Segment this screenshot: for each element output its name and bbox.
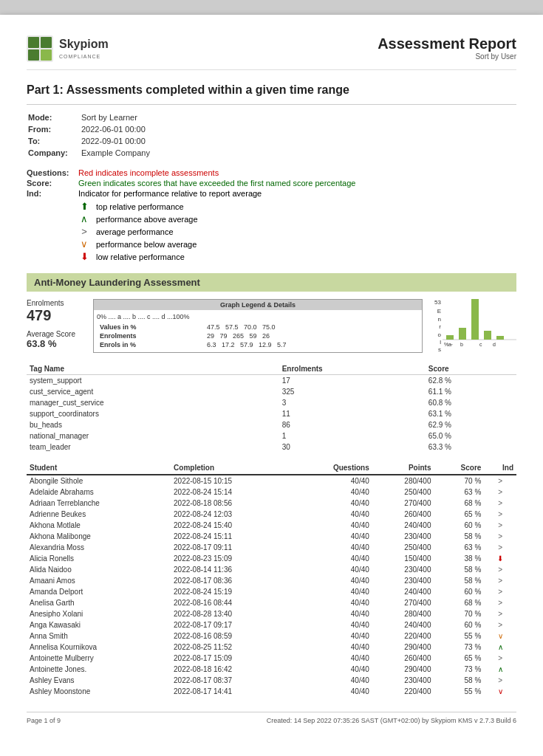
student-completion: 2022-08-15 10:15 xyxy=(171,475,293,487)
average-icon: > xyxy=(78,226,90,237)
chart-y-label: 53 E n r o l s xyxy=(434,299,441,354)
student-score: 63 % xyxy=(434,487,485,498)
page: Skypiom COMPLIANCE Assessment Report Sor… xyxy=(0,15,543,756)
tag-table-row: national_manager 1 65.0 % xyxy=(27,430,516,441)
questions-row: Questions: Red indicates incomplete asse… xyxy=(27,168,516,177)
student-table-row: Annelisa Kournikova 2022-08-25 11:52 40/… xyxy=(27,642,516,653)
meta-table: Mode: Sort by Learner From: 2022-06-01 0… xyxy=(27,111,151,159)
svg-rect-4 xyxy=(41,49,52,61)
report-title: Assessment Report xyxy=(378,35,516,52)
above-average-icon: ∧ xyxy=(78,213,90,224)
student-completion: 2022-08-24 15:14 xyxy=(171,487,293,498)
meta-row-from: From: 2022-06-01 00:00 xyxy=(28,124,150,134)
tag-name: bu_heads xyxy=(27,419,279,430)
student-ind: ∧ xyxy=(484,642,516,653)
student-completion: 2022-08-28 13:40 xyxy=(171,608,293,619)
student-name: Ashley Moonstone xyxy=(27,686,171,697)
graph-label-1: Enrolments xyxy=(97,331,204,340)
student-score: 65 % xyxy=(434,509,485,520)
above-average-text: performance above average xyxy=(96,215,198,224)
svg-text:b: b xyxy=(460,342,463,347)
student-score: 70 % xyxy=(434,608,485,619)
tag-enrolments: 325 xyxy=(279,386,426,397)
graph-values-0: 47.5 57.5 70.0 75.0 xyxy=(204,323,419,331)
legend-section: Questions: Red indicates incomplete asse… xyxy=(27,168,516,263)
meta-row-company: Company: Example Company xyxy=(28,148,150,158)
ind-desc: Indicator for performance relative to re… xyxy=(78,189,262,198)
student-questions: 40/40 xyxy=(293,608,372,619)
mode-label: Mode: xyxy=(28,112,80,123)
chart-y-title: E n r o l s xyxy=(434,308,441,354)
student-questions: 40/40 xyxy=(293,575,372,586)
student-points: 280/400 xyxy=(372,475,434,487)
logo-area: Skypiom COMPLIANCE xyxy=(27,35,109,62)
student-completion: 2022-08-25 11:52 xyxy=(171,642,293,653)
graph-values-1: 29 79 265 59 26 xyxy=(204,331,419,340)
student-points: 230/400 xyxy=(372,675,434,686)
ind-item-4: ⬇ low relative performance xyxy=(78,250,262,263)
student-table-row: Adrienne Beukes 2022-08-24 12:03 40/40 2… xyxy=(27,509,516,520)
graph-row-1: Enrolments 29 79 265 59 26 xyxy=(97,331,419,340)
svg-rect-6 xyxy=(446,335,454,340)
tag-table-row: bu_heads 86 62.9 % xyxy=(27,419,516,430)
student-points: 240/400 xyxy=(372,586,434,597)
student-table-row: Alida Naidoo 2022-08-14 11:36 40/40 230/… xyxy=(27,564,516,575)
student-ind: > xyxy=(484,487,516,498)
student-questions: 40/40 xyxy=(293,619,372,630)
student-points: 290/400 xyxy=(372,664,434,675)
svg-rect-1 xyxy=(28,37,39,48)
student-score: 68 % xyxy=(434,498,485,509)
student-completion: 2022-08-24 12:03 xyxy=(171,509,293,520)
student-points: 290/400 xyxy=(372,642,434,653)
student-name: Ashley Evans xyxy=(27,675,171,686)
graph-legend-box: Graph Legend & Details 0% .... a .... b … xyxy=(93,299,423,353)
meta-row-mode: Mode: Sort by Learner xyxy=(28,112,150,123)
student-questions: 40/40 xyxy=(293,675,372,686)
enrolments-label: Enrolments xyxy=(27,299,86,307)
tag-enrolments: 86 xyxy=(279,419,426,430)
graph-values-2: 6.3 17.2 57.9 12.9 5.7 xyxy=(204,340,419,349)
student-questions: 40/40 xyxy=(293,531,372,542)
student-name: Alicia Ronells xyxy=(27,553,171,564)
student-questions: 40/40 xyxy=(293,664,372,675)
low-performance-icon: ⬇ xyxy=(78,251,90,262)
student-points: 260/400 xyxy=(372,653,434,664)
student-score: 58 % xyxy=(434,564,485,575)
student-questions: 40/40 xyxy=(293,686,372,697)
ind-row: Ind: Indicator for performance relative … xyxy=(27,189,516,263)
graph-section: Graph Legend & Details 0% .... a .... b … xyxy=(93,299,423,356)
tag-header-row: Tag Name Enrolments Score xyxy=(27,363,516,375)
logo-text-area: Skypiom COMPLIANCE xyxy=(59,38,109,60)
student-table-row: Anelisa Garth 2022-08-16 08:44 40/40 270… xyxy=(27,597,516,608)
student-score: 38 % xyxy=(434,553,485,564)
student-ind: > xyxy=(484,608,516,619)
student-table-row: Amaani Amos 2022-08-17 08:36 40/40 230/4… xyxy=(27,575,516,586)
tag-table: Tag Name Enrolments Score system_support… xyxy=(27,363,516,453)
student-col-points: Points xyxy=(372,461,434,475)
svg-rect-8 xyxy=(471,299,479,340)
skypiom-logo-icon xyxy=(27,35,53,62)
logo-sub: COMPLIANCE xyxy=(59,54,100,59)
tag-name: cust_service_agent xyxy=(27,386,279,397)
svg-rect-3 xyxy=(28,49,39,61)
student-ind: > xyxy=(484,498,516,509)
tag-table-row: support_coordinators 11 63.1 % xyxy=(27,408,516,419)
graph-header-row: 0% .... a .... b .... c .... d ...100% xyxy=(97,313,419,320)
avg-score-label: Average Score xyxy=(27,330,86,338)
student-score: 58 % xyxy=(434,575,485,586)
student-name: Akhona Motlale xyxy=(27,520,171,531)
student-name: Adrienne Beukes xyxy=(27,509,171,520)
student-completion: 2022-08-17 09:11 xyxy=(171,542,293,553)
company-value: Example Company xyxy=(81,148,150,158)
student-col-name: Student xyxy=(27,461,171,475)
student-table-row: Adriaan Terreblanche 2022-08-18 08:56 40… xyxy=(27,498,516,509)
student-table-row: Alicia Ronells 2022-08-23 15:09 40/40 15… xyxy=(27,553,516,564)
graph-legend-table: Values in % 47.5 57.5 70.0 75.0 Enrolmen… xyxy=(97,323,419,349)
avg-score-value: 63.8 % xyxy=(27,338,86,349)
svg-rect-2 xyxy=(41,37,52,48)
student-table-row: Akhona Motlale 2022-08-24 15:40 40/40 24… xyxy=(27,520,516,531)
stats-left: Enrolments 479 Average Score 63.8 % xyxy=(27,299,86,349)
student-questions: 40/40 xyxy=(293,653,372,664)
student-score: 60 % xyxy=(434,619,485,630)
tag-name: national_manager xyxy=(27,430,279,441)
